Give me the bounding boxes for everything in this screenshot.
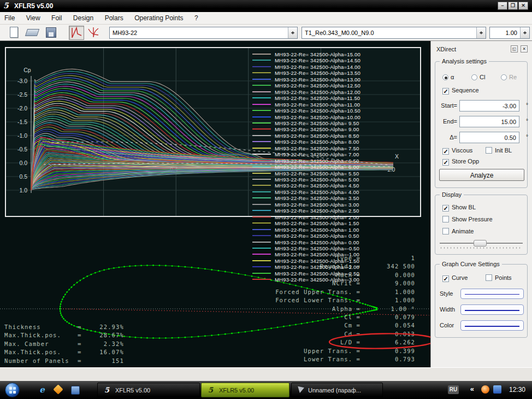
end-unit: ° bbox=[526, 118, 528, 124]
tray-expand-chevron[interactable]: « bbox=[470, 385, 474, 393]
ie-quicklaunch-icon[interactable]: e bbox=[37, 385, 47, 395]
panel-float-button[interactable]: ◱ bbox=[511, 45, 518, 52]
menu-polars[interactable]: Polars bbox=[101, 12, 128, 22]
display-group: Display Show BL Show Pressure Animate bbox=[435, 195, 528, 255]
open-file-icon[interactable] bbox=[25, 29, 39, 36]
taskbar-button-xflr5-1[interactable]: 5 XFLR5 v5.00 bbox=[97, 383, 200, 397]
start-button[interactable] bbox=[5, 383, 20, 397]
analysis-settings-group: Analysis settings α Cl Re Sequence Start… bbox=[435, 61, 528, 188]
animation-speed-slider[interactable] bbox=[440, 240, 523, 248]
menu-bar: File View Foil Design Polars Operating P… bbox=[0, 12, 532, 25]
start-label: Start= bbox=[441, 102, 457, 109]
end-label: End= bbox=[443, 118, 457, 125]
polar-view-button[interactable] bbox=[86, 26, 102, 40]
client-area: -3.0-2.5-2.0-1.5-1.0-0.50.00.51.0Cp0.40.… bbox=[0, 41, 532, 367]
menu-design[interactable]: Design bbox=[69, 12, 98, 22]
status-strip bbox=[0, 367, 532, 381]
start-unit: ° bbox=[526, 102, 528, 108]
style-selector[interactable] bbox=[460, 289, 524, 299]
opp-select[interactable]: 1.00 bbox=[489, 27, 530, 39]
menu-file[interactable]: File bbox=[0, 12, 19, 22]
menu-operating-points[interactable]: Operating Points bbox=[130, 12, 187, 22]
menu-help[interactable]: ? bbox=[190, 12, 203, 22]
width-label: Width bbox=[440, 306, 455, 313]
color-row: Color bbox=[435, 320, 528, 331]
minimize-button[interactable]: – bbox=[498, 2, 507, 10]
quicklaunch-icon-2[interactable] bbox=[54, 385, 63, 395]
save-icon[interactable] bbox=[46, 27, 56, 38]
close-button[interactable]: ✕ bbox=[518, 2, 528, 10]
group-title: Graph Curve Settings bbox=[440, 261, 502, 267]
ld-highlight-ellipse bbox=[329, 333, 430, 349]
polar-curves-icon bbox=[86, 26, 101, 39]
delta-input[interactable]: 0.50 bbox=[459, 132, 519, 143]
window-title: XFLR5 v5.00 bbox=[14, 2, 53, 10]
end-field-row: End= 15.00 ° bbox=[435, 116, 528, 128]
start-field-row: Start= -3.00 ° bbox=[435, 100, 528, 112]
tray-icon-blue[interactable] bbox=[493, 385, 501, 394]
slider-handle[interactable] bbox=[474, 240, 487, 247]
xdirect-panel: XDirect ◱ ✕ Analysis settings α Cl Re Se… bbox=[430, 41, 532, 367]
xflr5-window: 5 XFLR5 v5.00 – ❐ ✕ File View Foil Desig… bbox=[0, 0, 532, 399]
opp-select-value: 1.00 bbox=[506, 30, 517, 36]
show-pressure-checkbox[interactable]: Show Pressure bbox=[442, 216, 493, 222]
delta-label: Δ= bbox=[450, 134, 457, 140]
app-logo-icon: 5 bbox=[3, 1, 9, 10]
polar-select[interactable]: T1_Re0.343_M0.00_N9.0 bbox=[302, 27, 486, 39]
taskbar-button-xflr5-2[interactable]: 5 XFLR5 v5.00 bbox=[201, 383, 289, 397]
menu-foil[interactable]: Foil bbox=[47, 12, 66, 22]
radio-cl[interactable]: Cl bbox=[471, 74, 485, 80]
foil-select-value: MH93-22 bbox=[113, 30, 137, 36]
annotation-layer bbox=[0, 41, 430, 367]
slider-ticks bbox=[441, 247, 522, 249]
sequence-checkbox[interactable]: Sequence bbox=[442, 87, 479, 95]
windows-flag-icon bbox=[9, 387, 16, 394]
taskbar-button-unnamed[interactable]: Unnamed (параф... bbox=[291, 383, 383, 397]
toolbar: MH93-22 T1_Re0.343_M0.00_N9.0 1.00 bbox=[0, 25, 532, 41]
cp-curve-icon bbox=[69, 26, 84, 39]
start-input[interactable]: -3.00 bbox=[459, 100, 519, 112]
width-selector[interactable] bbox=[460, 304, 524, 315]
show-bl-checkbox[interactable]: Show BL bbox=[442, 204, 476, 212]
color-selector[interactable] bbox=[460, 320, 524, 331]
style-label: Style bbox=[440, 290, 453, 297]
taskbar-clock[interactable]: 12:30 bbox=[509, 386, 525, 394]
points-checkbox[interactable]: Points bbox=[486, 274, 512, 281]
menu-view[interactable]: View bbox=[22, 12, 45, 22]
init-bl-checkbox[interactable]: Init BL bbox=[486, 147, 512, 154]
delta-unit: ° bbox=[526, 134, 528, 140]
animate-checkbox[interactable]: Animate bbox=[442, 228, 474, 234]
radio-re[interactable]: Re bbox=[501, 74, 517, 80]
group-title: Analysis settings bbox=[440, 58, 489, 64]
store-opp-checkbox[interactable]: Store Opp bbox=[442, 158, 479, 166]
polar-select-value: T1_Re0.343_M0.00_N9.0 bbox=[305, 30, 374, 36]
polar-select-spinner[interactable] bbox=[476, 27, 486, 38]
taskbar: e 5 XFLR5 v5.00 5 XFLR5 v5.00 Unnamed (п… bbox=[0, 381, 532, 399]
end-input[interactable]: 15.00 bbox=[459, 116, 519, 127]
xflr5-icon: 5 bbox=[104, 386, 109, 394]
cp-graph-area: -3.0-2.5-2.0-1.5-1.0-0.50.00.51.0Cp0.40.… bbox=[0, 41, 430, 367]
language-indicator[interactable]: RU bbox=[448, 385, 459, 394]
delta-field-row: Δ= 0.50 ° bbox=[435, 132, 528, 144]
oppoint-view-button[interactable] bbox=[69, 26, 84, 40]
color-label: Color bbox=[440, 322, 454, 328]
viscous-checkbox[interactable]: Viscous bbox=[442, 147, 472, 155]
width-row: Width bbox=[435, 304, 528, 315]
style-row: Style bbox=[435, 289, 528, 300]
tray-icon-orange[interactable] bbox=[481, 385, 489, 394]
curve-checkbox[interactable]: Curve bbox=[442, 274, 468, 282]
restore-button[interactable]: ❐ bbox=[508, 2, 518, 10]
xflr5-icon: 5 bbox=[208, 386, 213, 394]
new-file-icon[interactable] bbox=[10, 27, 18, 38]
analyze-button[interactable]: Analyze bbox=[439, 169, 524, 181]
group-title: Display bbox=[440, 191, 464, 198]
title-bar: 5 XFLR5 v5.00 – ❐ ✕ bbox=[0, 0, 532, 12]
opp-select-spinner[interactable] bbox=[520, 27, 529, 38]
foil-select[interactable]: MH93-22 bbox=[109, 27, 298, 39]
panel-close-button[interactable]: ✕ bbox=[521, 45, 528, 52]
foil-select-spinner[interactable] bbox=[288, 27, 297, 38]
radio-alpha[interactable]: α bbox=[442, 74, 454, 80]
graph-curve-settings-group: Graph Curve Settings Curve Points Style … bbox=[435, 264, 528, 338]
quicklaunch-icon-3[interactable] bbox=[70, 385, 80, 395]
app-icon bbox=[297, 386, 304, 394]
